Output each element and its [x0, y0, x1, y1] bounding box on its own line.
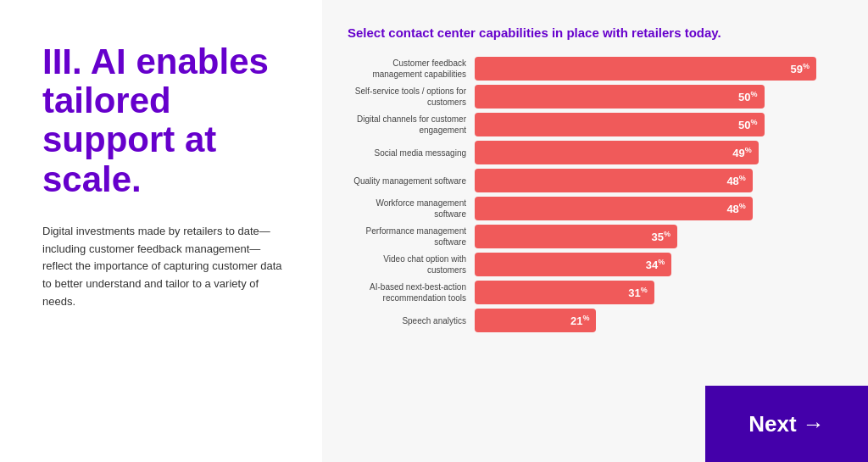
bar-value: 48%: [726, 202, 745, 215]
bar-value: 59%: [791, 62, 810, 75]
bar-value: 50%: [738, 90, 757, 103]
bar-container: 35%: [475, 225, 851, 248]
bar-label: Video chat option with customers: [348, 253, 466, 276]
bar-row: Quality management software48%: [348, 169, 851, 192]
bar-label: AI-based next-best-action recommendation…: [348, 281, 466, 303]
bar-container: 59%: [475, 57, 851, 81]
bar-row: Speech analytics21%: [348, 309, 851, 332]
bar-fill: 21%: [475, 309, 596, 332]
bar-row: Digital channels for customer engagement…: [348, 113, 851, 136]
next-button[interactable]: Next →: [705, 386, 868, 462]
bar-row: Customer feedback management capabilitie…: [348, 57, 851, 81]
bar-container: 34%: [475, 253, 851, 276]
bar-row: Performance management software35%: [348, 225, 851, 248]
bar-fill: 48%: [475, 197, 753, 220]
left-panel: III. AI enables tailored support at scal…: [0, 0, 322, 462]
bar-value: 34%: [646, 258, 665, 271]
bar-value: 31%: [628, 286, 647, 299]
bar-value: 21%: [570, 314, 589, 327]
right-panel: Select contact center capabilities in pl…: [322, 0, 868, 462]
bar-fill: 50%: [475, 113, 765, 136]
bar-fill: 35%: [475, 225, 677, 248]
bar-label: Social media messaging: [348, 148, 466, 159]
bar-fill: 49%: [475, 141, 759, 164]
bar-label: Performance management software: [348, 225, 466, 248]
bar-row: Self-service tools / options for custome…: [348, 85, 851, 109]
bar-row: AI-based next-best-action recommendation…: [348, 281, 851, 304]
bar-container: 21%: [475, 309, 851, 332]
bar-fill: 48%: [475, 169, 753, 192]
bar-row: Video chat option with customers34%: [348, 253, 851, 276]
bar-label: Workforce management software: [348, 198, 466, 220]
description: Digital investments made by retailers to…: [42, 223, 288, 311]
bar-container: 48%: [475, 169, 851, 192]
bar-container: 50%: [475, 85, 851, 109]
bar-value: 49%: [732, 146, 751, 159]
bar-fill: 34%: [475, 253, 671, 276]
bar-value: 48%: [726, 174, 745, 187]
bar-container: 49%: [475, 141, 851, 164]
bar-container: 31%: [475, 281, 851, 304]
bar-fill: 59%: [475, 57, 816, 81]
bar-fill: 31%: [475, 281, 654, 304]
bar-value: 50%: [738, 118, 757, 131]
bar-row: Workforce management software48%: [348, 197, 851, 220]
bar-value: 35%: [652, 230, 670, 243]
bar-label: Self-service tools / options for custome…: [348, 86, 466, 108]
bar-container: 48%: [475, 197, 851, 220]
bar-label: Speech analytics: [348, 315, 466, 326]
bar-label: Digital channels for customer engagement: [348, 114, 466, 136]
bar-fill: 50%: [475, 85, 765, 109]
bar-container: 50%: [475, 113, 851, 136]
next-label: Next →: [748, 411, 825, 437]
main-title: III. AI enables tailored support at scal…: [42, 42, 288, 199]
bar-row: Social media messaging49%: [348, 141, 851, 164]
chart-title: Select contact center capabilities in pl…: [348, 24, 851, 42]
bar-label: Customer feedback management capabilitie…: [348, 58, 466, 80]
bar-label: Quality management software: [348, 175, 466, 186]
